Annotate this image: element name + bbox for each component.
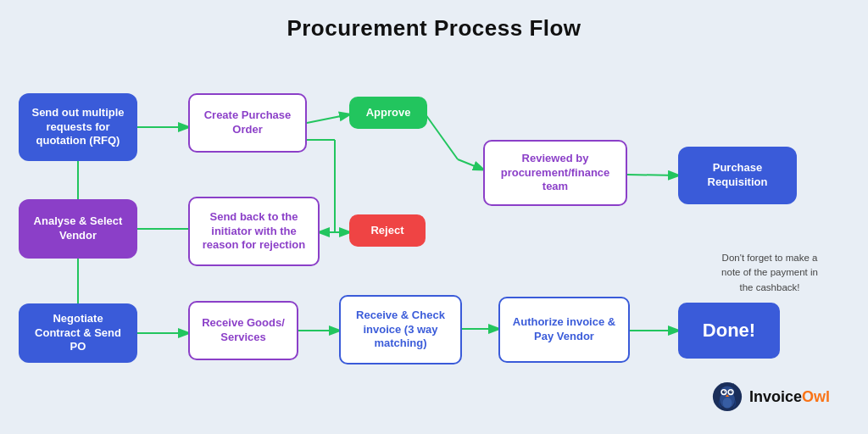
send-back-node: Send back to the initiator with the reas… xyxy=(188,197,320,266)
rfq-node: Send out multiple requests for quotation… xyxy=(19,93,137,161)
svg-point-27 xyxy=(724,391,725,392)
svg-point-30 xyxy=(723,398,732,409)
analyse-select-vendor-node: Analyse & Select Vendor xyxy=(19,199,137,259)
create-purchase-order-node: Create Purchase Order xyxy=(188,93,307,153)
svg-line-10 xyxy=(627,175,678,175)
done-node: Done! xyxy=(678,303,780,359)
negotiate-contract-node: Negotiate Contract & Send PO xyxy=(19,303,137,363)
svg-point-26 xyxy=(729,391,732,394)
svg-line-7 xyxy=(426,114,458,159)
purchase-requisition-node: Purchase Requisition xyxy=(678,147,797,204)
receive-check-invoice-node: Receive & Check invoice (3 way matching) xyxy=(339,295,462,364)
svg-point-25 xyxy=(722,391,726,394)
cashback-note: Don't forget to make anote of the paymen… xyxy=(702,251,837,295)
reviewed-node: Reviewed by procurement/finance team xyxy=(483,140,627,206)
receive-goods-node: Receive Goods/ Services xyxy=(188,301,298,360)
approve-node: Approve xyxy=(349,97,427,129)
svg-line-1 xyxy=(307,114,349,123)
brand-name: InvoiceOwl xyxy=(749,388,830,406)
owl-icon xyxy=(712,381,743,412)
svg-point-28 xyxy=(731,391,732,392)
brand-bar: InvoiceOwl xyxy=(712,381,830,412)
diagram-container: Procurement Process Flow xyxy=(0,0,868,434)
authorize-pay-vendor-node: Authorize invoice & Pay Vendor xyxy=(498,297,630,363)
page-title: Procurement Process Flow xyxy=(0,0,868,48)
svg-line-8 xyxy=(458,159,483,170)
reject-node: Reject xyxy=(349,214,426,247)
